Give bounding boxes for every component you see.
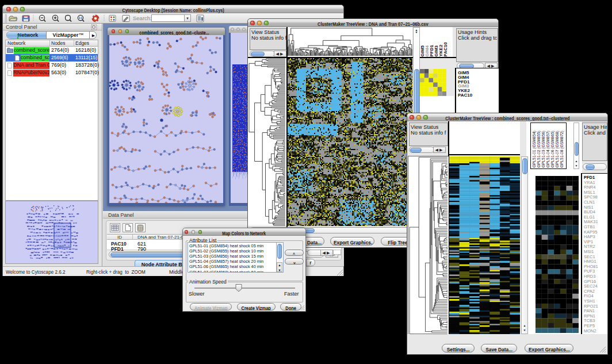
svg-text:1:1: 1:1 [79, 17, 83, 20]
